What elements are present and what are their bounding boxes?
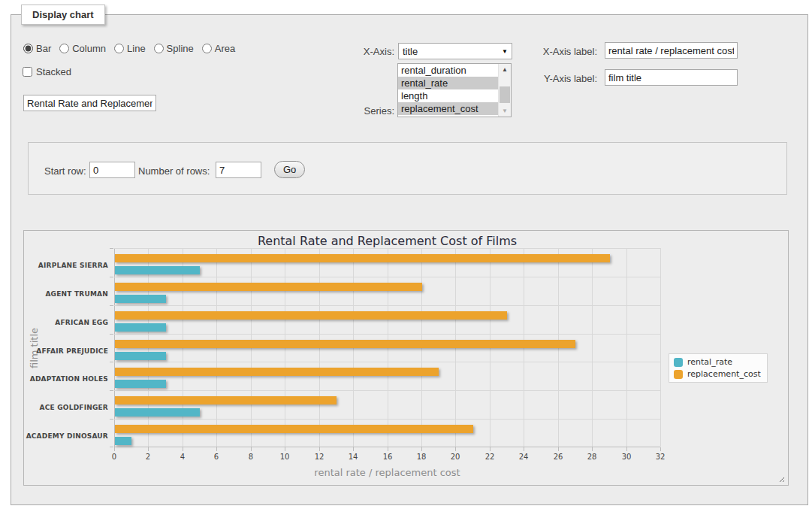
row-range-panel: Start row: Number of rows: Go [28, 142, 787, 195]
gridline-horizontal [114, 248, 660, 249]
stacked-checkbox[interactable] [23, 67, 32, 77]
y-axis-label-label: Y-Axis label: [507, 73, 597, 84]
x-tick-label: 12 [308, 453, 331, 461]
num-rows-input[interactable] [216, 162, 261, 178]
y-axis-tick [110, 334, 113, 335]
series-listbox[interactable]: rental_durationrental_ratelengthreplacem… [397, 63, 512, 117]
num-rows-label: Number of rows: [138, 165, 210, 177]
x-axis-tick [114, 447, 115, 451]
stacked-row: Stacked [23, 66, 71, 77]
bar-rental_rate [115, 295, 166, 303]
x-axis-tick [626, 447, 627, 451]
x-axis-label-input[interactable] [605, 42, 738, 59]
category-label: AFRICAN EGG [3, 319, 108, 326]
x-tick-label: 4 [171, 453, 194, 461]
chart-type-option-bar: Bar [23, 43, 51, 54]
x-tick-label: 28 [581, 453, 603, 461]
legend-label: rental_rate [687, 357, 732, 367]
x-tick-label: 24 [512, 453, 535, 461]
y-axis-tick [110, 390, 113, 391]
legend-swatch [674, 370, 683, 379]
x-axis-tick [183, 447, 183, 451]
gridline-horizontal [114, 334, 660, 335]
gridline-vertical [660, 248, 661, 447]
resize-handle-icon[interactable] [777, 475, 784, 482]
x-axis-tick [319, 447, 320, 451]
x-axis-tick [353, 447, 354, 451]
start-row-input[interactable] [89, 162, 135, 178]
chart-type-radio-line[interactable] [114, 44, 124, 53]
x-axis-tick [455, 447, 456, 451]
chart-type-group: BarColumnLineSplineArea [23, 43, 235, 54]
start-row-label: Start row: [44, 165, 86, 177]
x-axis-tick [558, 447, 559, 451]
bar-replacement_cost [115, 283, 422, 291]
x-tick-label: 0 [103, 453, 125, 461]
y-axis-label-input[interactable] [605, 69, 738, 86]
series-options: rental_durationrental_ratelengthreplacem… [398, 64, 498, 117]
x-axis-tick [388, 447, 388, 451]
category-label: ADAPTATION HOLES [3, 375, 108, 383]
panel-legend: Display chart [21, 5, 105, 25]
x-axis-select[interactable]: title ▼ [398, 43, 512, 59]
stacked-label: Stacked [36, 66, 71, 77]
bar-replacement_cost [115, 311, 507, 320]
category-label: ACE GOLDFINGER [3, 404, 108, 411]
series-option-rental_duration[interactable]: rental_duration [398, 64, 498, 77]
plot-area: film title rental rate / replacement cos… [114, 248, 660, 447]
gridline-horizontal [114, 305, 660, 306]
series-scrollbar[interactable]: ▲ ▼ [498, 64, 511, 117]
x-axis-tick [524, 447, 524, 451]
x-tick-label: 22 [478, 453, 501, 461]
x-tick-label: 18 [410, 453, 433, 461]
bar-replacement_cost [115, 368, 439, 376]
chart-type-option-spline: Spline [154, 43, 194, 54]
chart-type-label: Bar [36, 43, 51, 54]
bar-rental_rate [115, 266, 200, 274]
x-tick-label: 10 [273, 453, 296, 461]
scroll-down-icon[interactable]: ▼ [499, 105, 511, 117]
series-option-length[interactable]: length [398, 89, 498, 102]
chart-legend: rental_ratereplacement_cost [669, 353, 768, 383]
chart-type-label: Spline [167, 43, 194, 54]
legend-item-rental_rate[interactable]: rental_rate [674, 357, 761, 367]
x-axis-selected-value: title [403, 46, 418, 57]
x-tick-label: 14 [342, 453, 364, 461]
bar-rental_rate [115, 408, 200, 417]
x-axis-title: rental rate / replacement cost [114, 467, 660, 478]
scrollbar-thumb[interactable] [500, 86, 510, 103]
chart-type-radio-bar[interactable] [23, 44, 33, 53]
x-axis-tick [251, 447, 252, 451]
chart-type-label: Line [127, 43, 146, 54]
x-axis-tick [421, 447, 422, 451]
category-label: AFFAIR PREJUDICE [3, 347, 108, 355]
y-axis-tick [110, 248, 113, 249]
chart-title-input[interactable] [23, 95, 156, 111]
x-tick-label: 30 [615, 453, 638, 461]
series-option-replacement_cost[interactable]: replacement_cost [398, 102, 498, 115]
chart-type-option-line: Line [114, 43, 146, 54]
bar-rental_rate [115, 323, 166, 332]
chart-type-label: Column [72, 43, 106, 54]
legend-item-replacement_cost[interactable]: replacement_cost [674, 369, 761, 379]
category-label: ACADEMY DINOSAUR [3, 432, 108, 440]
series-option-rental_rate[interactable]: rental_rate [398, 77, 498, 89]
category-label: AIRPLANE SIERRA [3, 262, 108, 269]
y-axis-tick [110, 362, 113, 362]
y-axis-tick [110, 305, 113, 306]
gridline-horizontal [114, 390, 660, 391]
chart-type-radio-area[interactable] [202, 44, 212, 53]
x-tick-label: 26 [547, 453, 569, 461]
chart-type-radio-spline[interactable] [154, 44, 164, 53]
bar-rental_rate [115, 437, 131, 445]
chart-type-radio-column[interactable] [59, 44, 69, 53]
x-axis-tick [490, 447, 491, 451]
category-label: AGENT TRUMAN [3, 290, 108, 298]
chart-container: Rental Rate and Replacement Cost of Film… [23, 230, 789, 486]
gridline-horizontal [114, 362, 660, 362]
x-axis-tick [216, 447, 217, 451]
x-tick-label: 8 [240, 453, 262, 461]
x-axis-tick [285, 447, 285, 451]
go-button[interactable]: Go [274, 161, 305, 178]
bar-rental_rate [115, 380, 166, 388]
